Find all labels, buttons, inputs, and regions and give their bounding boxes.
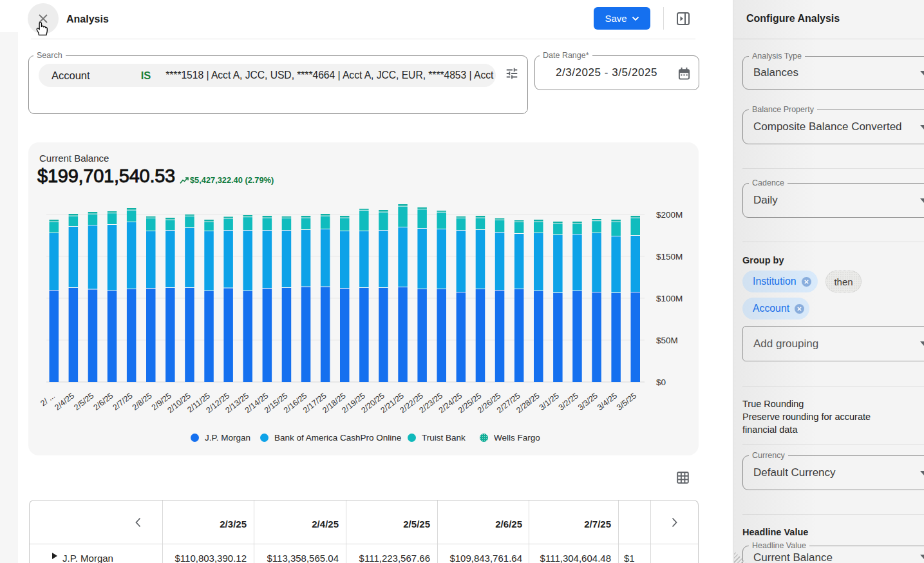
svg-text:$200M: $200M [656, 210, 683, 220]
svg-text:2/6/25: 2/6/25 [91, 391, 115, 412]
svg-text:3/3/25: 3/3/25 [576, 391, 599, 412]
svg-text:$0: $0 [656, 377, 666, 387]
svg-text:$150M: $150M [656, 252, 683, 262]
svg-text:2/4/25: 2/4/25 [53, 391, 76, 412]
svg-text:$50M: $50M [656, 336, 678, 345]
svg-text:3/4/25: 3/4/25 [596, 391, 619, 412]
svg-text:2/5/25: 2/5/25 [72, 391, 95, 412]
svg-text:2/8/25: 2/8/25 [131, 391, 154, 412]
svg-text:2/7/25: 2/7/25 [111, 391, 135, 412]
svg-text:3/5/25: 3/5/25 [615, 391, 638, 412]
svg-text:$100M: $100M [656, 294, 683, 303]
svg-text:3/1/25: 3/1/25 [538, 391, 561, 412]
svg-text:3/2/25: 3/2/25 [557, 391, 580, 412]
